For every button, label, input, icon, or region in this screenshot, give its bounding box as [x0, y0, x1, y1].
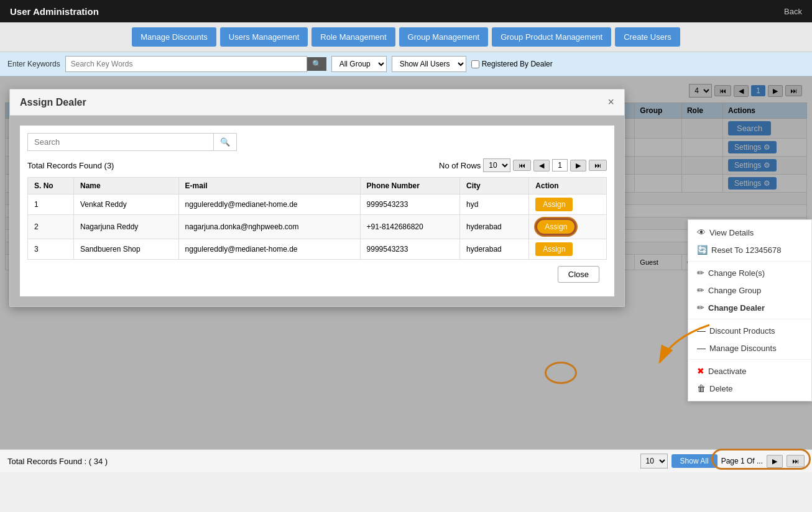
modal-row3-name: Sandbueren Shop	[73, 239, 178, 260]
context-menu: 👁 View Details 🔄 Reset To 12345678 ✏ Cha…	[688, 219, 812, 401]
modal-row2-city: hyderabad	[460, 215, 529, 239]
modal-search-row: 🔍	[27, 133, 607, 151]
modal-search-input[interactable]	[27, 133, 214, 151]
total-records-bottom: Total Records Found : ( 34 )	[7, 457, 108, 466]
bottom-pagination: 10 Show All Page 1 Of ... ▶ ⏭	[640, 454, 805, 469]
modal-row3-city: hyderabad	[460, 239, 529, 260]
modal-close-button[interactable]: ×	[607, 96, 614, 109]
assign-dealer-modal: Assign Dealer × 🔍 Total Records Found (3…	[9, 89, 625, 307]
bottom-rows-select[interactable]: 10	[640, 454, 668, 469]
ctx-view-details[interactable]: 👁 View Details	[688, 224, 811, 241]
main-content: 4 ⏮ ◀ 1 ▶ ⏭ S First Name Last Name Email…	[0, 76, 812, 449]
ctx-discount-products[interactable]: — Discount Products	[688, 322, 811, 339]
modal-header: Assign Dealer ×	[10, 89, 624, 116]
assign-btn-2-highlighted[interactable]: Assign	[535, 218, 576, 235]
search-input-wrap: 🔍	[65, 56, 326, 72]
back-button[interactable]: Back	[784, 7, 802, 16]
modal-row1-name: Venkat Reddy	[73, 194, 178, 215]
ctx-divider-1	[688, 261, 811, 262]
modal-table-row: 1 Venkat Reddy nggulereddly@medianet-hom…	[28, 194, 607, 215]
assign-btn-1[interactable]: Assign	[535, 198, 573, 211]
app-title: User Administration	[10, 6, 99, 17]
bottom-bar: Total Records Found : ( 34 ) 10 Show All…	[0, 449, 812, 472]
nav-role-management[interactable]: Role Management	[311, 27, 395, 47]
show-all-button[interactable]: Show All	[671, 454, 717, 468]
ctx-divider-3	[688, 359, 811, 360]
nav-group-product-management[interactable]: Group Product Management	[492, 27, 611, 47]
modal-row3-sno: 3	[28, 239, 74, 260]
keyword-search-button[interactable]: 🔍	[307, 57, 326, 71]
ctx-divider-2	[688, 319, 811, 319]
modal-title: Assign Dealer	[20, 97, 86, 108]
ctx-delete[interactable]: 🗑 Delete	[688, 380, 811, 397]
bottom-last-btn[interactable]: ⏭	[787, 455, 805, 467]
modal-col-sno: S. No	[28, 178, 74, 194]
ctx-deactivate[interactable]: ✖ Deactivate	[688, 362, 811, 380]
top-bar: User Administration Back	[0, 0, 812, 22]
search-bar: Enter Keywords 🔍 All Group Show All User…	[0, 52, 812, 76]
ctx-change-dealer[interactable]: ✏ Change Dealer	[688, 299, 811, 316]
edit-icon-dealer: ✏	[697, 303, 704, 313]
modal-row1-sno: 1	[28, 194, 74, 215]
no-of-rows-label: No of Rows	[439, 161, 481, 170]
modal-prev-page[interactable]: ◀	[533, 160, 550, 171]
modal-body: 🔍 Total Records Found (3) No of Rows 10 …	[10, 116, 624, 306]
modal-last-page[interactable]: ⏭	[589, 160, 607, 171]
modal-row2-action: Assign	[529, 215, 607, 239]
modal-row3-phone: 9999543233	[360, 239, 459, 260]
keyword-input[interactable]	[65, 56, 307, 72]
nav-users-management[interactable]: Users Management	[220, 27, 308, 47]
modal-row2-phone: +91-8142686820	[360, 215, 459, 239]
modal-row3-email: nggulereddly@medianet-home.de	[178, 239, 360, 260]
ctx-change-roles[interactable]: ✏ Change Role(s)	[688, 264, 811, 281]
modal-row3-action: Assign	[529, 239, 607, 260]
ctx-manage-discounts[interactable]: — Manage Discounts	[688, 339, 811, 357]
nav-bar: Manage Discounts Users Management Role M…	[0, 22, 812, 52]
modal-row2-email: nagarjuna.donka@nghpweeb.com	[178, 215, 360, 239]
nav-group-management[interactable]: Group Management	[399, 27, 489, 47]
edit-icon-roles: ✏	[697, 268, 704, 278]
dash-icon-1: —	[697, 326, 706, 336]
nav-manage-discounts[interactable]: Manage Discounts	[132, 27, 216, 47]
page-info: Page 1 Of ...	[721, 457, 763, 465]
total-records-label: Total Records Found (3)	[27, 161, 114, 170]
records-info: Total Records Found (3) No of Rows 10 ⏮ …	[27, 158, 607, 172]
modal-row2-name: Nagarjuna Reddy	[73, 215, 178, 239]
modal-current-page: 1	[552, 159, 568, 171]
modal-col-city: City	[460, 178, 529, 194]
ctx-reset-password[interactable]: 🔄 Reset To 12345678	[688, 241, 811, 258]
dash-icon-2: —	[697, 343, 706, 353]
modal-rows-select[interactable]: 10	[483, 158, 510, 172]
modal-footer: Close	[27, 260, 607, 289]
modal-row1-action: Assign	[529, 194, 607, 215]
modal-col-email: E-mail	[178, 178, 360, 194]
assign-btn-3[interactable]: Assign	[535, 242, 573, 256]
modal-row2-sno: 2	[28, 215, 74, 239]
modal-row1-city: hyd	[460, 194, 529, 215]
modal-table-row-highlighted: 2 Nagarjuna Reddy nagarjuna.donka@nghpwe…	[28, 215, 607, 239]
modal-pagination: No of Rows 10 ⏮ ◀ 1 ▶ ⏭	[439, 158, 607, 172]
modal-col-phone: Phone Number	[360, 178, 459, 194]
modal-first-page[interactable]: ⏮	[513, 160, 531, 171]
trash-icon: 🗑	[697, 383, 706, 393]
eye-icon: 👁	[697, 227, 706, 237]
group-select[interactable]: All Group	[331, 56, 387, 72]
refresh-icon: 🔄	[697, 245, 708, 255]
modal-close-btn[interactable]: Close	[558, 266, 599, 283]
modal-inner: 🔍 Total Records Found (3) No of Rows 10 …	[20, 126, 614, 296]
modal-row1-phone: 9999543233	[360, 194, 459, 215]
bottom-next-btn[interactable]: ▶	[767, 455, 783, 468]
modal-col-name: Name	[73, 178, 178, 194]
registered-checkbox[interactable]	[471, 60, 479, 68]
modal-col-action: Action	[529, 178, 607, 194]
x-icon: ✖	[697, 366, 704, 376]
edit-icon-group: ✏	[697, 285, 704, 295]
registered-label: Registered By Dealer	[471, 60, 553, 68]
modal-next-page[interactable]: ▶	[570, 160, 586, 171]
modal-table-row: 3 Sandbueren Shop nggulereddly@medianet-…	[28, 239, 607, 260]
users-select[interactable]: Show All Users	[392, 56, 466, 72]
modal-search-button[interactable]: 🔍	[214, 133, 237, 151]
nav-create-users[interactable]: Create Users	[615, 27, 680, 47]
ctx-change-group[interactable]: ✏ Change Group	[688, 281, 811, 299]
modal-row1-email: nggulereddly@medianet-home.de	[178, 194, 360, 215]
